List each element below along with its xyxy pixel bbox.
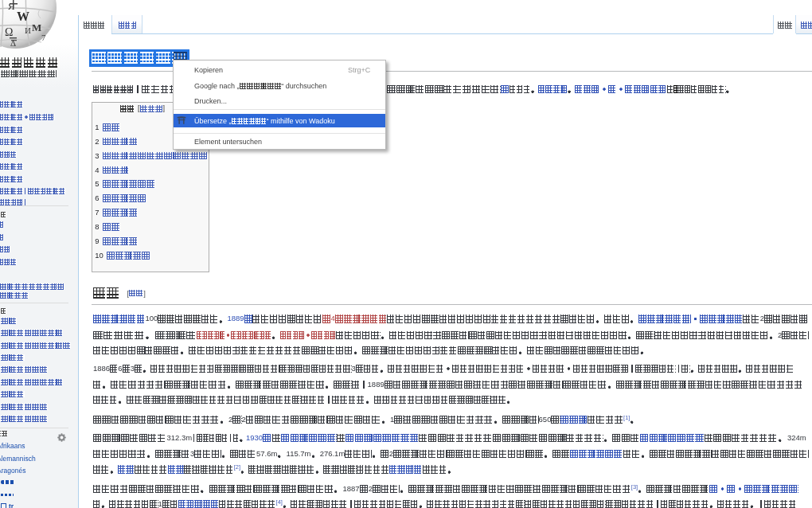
svg-text:Ω: Ω [5, 26, 13, 38]
svg-text:И: И [25, 25, 31, 35]
svg-text:W: W [17, 10, 29, 23]
svg-text:M: M [32, 21, 41, 33]
svg-text:Δ: Δ [10, 38, 16, 48]
svg-text:Я: Я [8, 0, 15, 12]
svg-text:7: 7 [41, 33, 46, 42]
